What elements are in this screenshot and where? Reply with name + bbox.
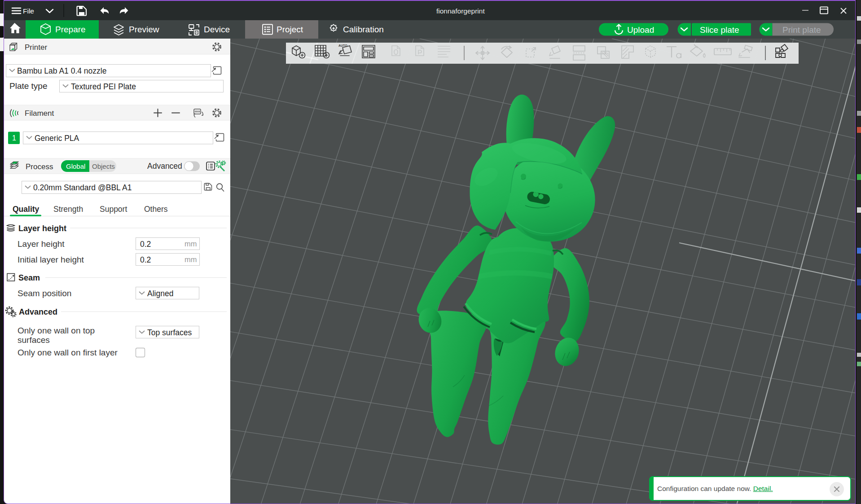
svg-text:Top surfaces: Top surfaces [147, 328, 192, 337]
svg-text:Textured PEI Plate: Textured PEI Plate [71, 82, 136, 91]
svg-text:Quality: Quality [13, 205, 40, 214]
svg-text:Only one wall on top: Only one wall on top [18, 326, 95, 335]
svg-text:File: File [23, 7, 34, 15]
svg-text:Advanced: Advanced [19, 307, 57, 316]
svg-text:Preview: Preview [129, 25, 159, 34]
svg-text:Printer: Printer [25, 43, 47, 52]
svg-text:Generic PLA: Generic PLA [35, 134, 79, 143]
svg-text:mm: mm [184, 255, 197, 263]
svg-text:mm: mm [184, 240, 197, 248]
svg-text:Plate type: Plate type [9, 81, 48, 91]
svg-text:Seam: Seam [18, 273, 40, 282]
svg-text:0.2: 0.2 [140, 255, 151, 264]
svg-text:Upload: Upload [627, 25, 654, 35]
svg-text:Device: Device [204, 25, 230, 34]
svg-text:Aligned: Aligned [147, 289, 173, 298]
svg-text:0.2: 0.2 [140, 240, 151, 249]
svg-text:0.20mm Standard @BBL A1: 0.20mm Standard @BBL A1 [33, 183, 132, 192]
svg-text:Strength: Strength [53, 205, 83, 214]
svg-text:Others: Others [144, 205, 168, 214]
svg-text:Project: Project [277, 25, 303, 34]
svg-text:Advanced: Advanced [147, 162, 182, 171]
svg-text:Process: Process [26, 162, 53, 171]
svg-text:1: 1 [12, 134, 16, 142]
svg-text:Global: Global [66, 162, 85, 170]
svg-text:Seam position: Seam position [18, 289, 71, 298]
svg-text:Layer height: Layer height [18, 239, 65, 249]
svg-text:AUTO: AUTO [338, 44, 347, 47]
svg-text:Prepare: Prepare [55, 25, 86, 34]
svg-text:Initial layer height: Initial layer height [18, 255, 84, 264]
svg-text:surfaces: surfaces [18, 335, 50, 345]
svg-text:Only one wall on first layer: Only one wall on first layer [18, 348, 118, 357]
svg-text:Filament: Filament [25, 109, 54, 118]
svg-text:Support: Support [100, 205, 127, 214]
svg-text:Calibration: Calibration [343, 25, 384, 34]
svg-text:fionnaforgeprint: fionnaforgeprint [436, 7, 485, 15]
svg-text:Layer height: Layer height [18, 224, 66, 233]
svg-text:Print plate: Print plate [782, 25, 821, 35]
svg-text:Bambu Lab A1 0.4 nozzle: Bambu Lab A1 0.4 nozzle [17, 66, 106, 75]
svg-text:Slice plate: Slice plate [700, 25, 739, 35]
svg-text:Objects: Objects [92, 162, 115, 170]
